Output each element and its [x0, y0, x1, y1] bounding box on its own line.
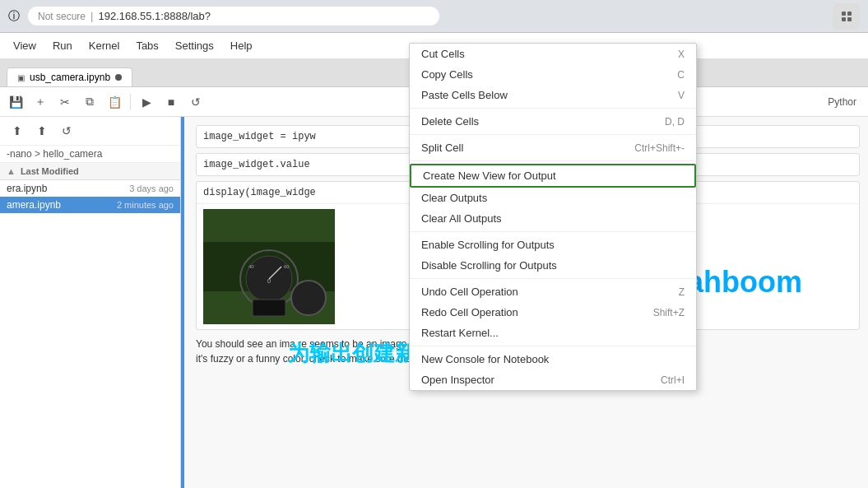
menu-kernel[interactable]: Kernel [82, 36, 127, 55]
not-secure-label: Not secure [38, 11, 86, 22]
upload-button[interactable]: ⬆ [7, 120, 28, 142]
menu-run[interactable]: Run [46, 36, 79, 55]
paste-cell-button[interactable]: 📋 [104, 91, 125, 113]
ctx-restart-kernel[interactable]: Restart Kernel... [410, 323, 696, 343]
sidebar: ⬆ ⬆ ↺ -nano > hello_camera ▲ Last Modifi… [0, 117, 181, 488]
ctx-enable-scrolling[interactable]: Enable Scrolling for Outputs [410, 235, 696, 255]
save-button[interactable]: 💾 [5, 91, 26, 113]
svg-text:40: 40 [248, 264, 254, 269]
svg-rect-1 [847, 12, 852, 16]
ctx-sep-1 [410, 108, 696, 109]
stop-button[interactable]: ■ [160, 91, 182, 113]
ctx-clear-outputs[interactable]: Clear Outputs [410, 188, 696, 208]
url-text: 192.168.55.1:8888/lab? [98, 10, 211, 22]
active-cell-bar [181, 117, 184, 488]
new-folder-button[interactable]: ⬆ [31, 120, 53, 142]
toolbar-separator-1 [130, 94, 131, 110]
ctx-sep-5 [410, 278, 696, 279]
ctx-undo-cell-op[interactable]: Undo Cell Operation Z [410, 281, 696, 302]
ctx-sep-2 [410, 134, 696, 135]
ctx-open-inspector[interactable]: Open Inspector Ctrl+I [410, 369, 696, 390]
run-button[interactable]: ▶ [136, 91, 157, 113]
ctx-paste-cells[interactable]: Paste Cells Below V [410, 85, 696, 105]
svg-rect-0 [842, 12, 846, 16]
last-modified-header: Last Modified [21, 166, 79, 176]
sidebar-item-era[interactable]: era.ipynb 3 days ago [0, 180, 180, 197]
context-menu: Cut Cells X Copy Cells C Paste Cells Bel… [409, 43, 697, 391]
restart-button[interactable]: ↺ [185, 91, 207, 113]
copy-cell-button[interactable]: ⧉ [79, 91, 100, 113]
ctx-clear-all-outputs[interactable]: Clear All Outputs [410, 208, 696, 229]
camera-output-image: 0 40 60 [203, 209, 335, 324]
refresh-button[interactable]: ↺ [56, 120, 77, 142]
extension-icon[interactable] [833, 3, 860, 30]
tab-unsaved-dot [115, 74, 122, 81]
notebook-tab[interactable]: ▣ usb_camera.ipynb [7, 67, 132, 86]
add-cell-button[interactable]: ＋ [30, 91, 51, 113]
svg-rect-2 [842, 17, 846, 21]
cut-cell-button[interactable]: ✂ [54, 91, 76, 113]
ctx-cut-cells[interactable]: Cut Cells X [410, 44, 696, 64]
svg-rect-12 [253, 300, 285, 316]
ctx-create-new-view[interactable]: Create New View for Output [410, 164, 696, 188]
sidebar-item-usb-camera[interactable]: amera.ipynb 2 minutes ago [0, 197, 180, 213]
sidebar-header: ▲ Last Modified [0, 163, 180, 180]
ctx-sep-4 [410, 231, 696, 232]
ctx-redo-cell-op[interactable]: Redo Cell Operation Shift+Z [410, 302, 696, 323]
menu-settings[interactable]: Settings [169, 36, 220, 55]
svg-text:60: 60 [284, 264, 290, 269]
menu-view[interactable]: View [7, 36, 43, 55]
menu-help[interactable]: Help [224, 36, 259, 55]
ctx-disable-scrolling[interactable]: Disable Scrolling for Outputs [410, 255, 696, 276]
ctx-new-console[interactable]: New Console for Notebook [410, 349, 696, 369]
ctx-sep-6 [410, 346, 696, 346]
browser-bar: ⓘ Not secure | 192.168.55.1:8888/lab? [0, 0, 868, 33]
sidebar-controls: ⬆ ⬆ ↺ [0, 117, 180, 146]
menu-tabs[interactable]: Tabs [129, 36, 165, 55]
tab-name: usb_camera.ipynb [30, 72, 110, 83]
ctx-split-cell[interactable]: Split Cell Ctrl+Shift+- [410, 137, 696, 158]
not-secure-icon: ⓘ [8, 9, 20, 24]
ctx-sep-3 [410, 160, 696, 161]
svg-rect-3 [847, 17, 852, 21]
ctx-copy-cells[interactable]: Copy Cells C [410, 64, 696, 85]
ctx-delete-cells[interactable]: Delete Cells D, D [410, 111, 696, 132]
sidebar-breadcrumb: -nano > hello_camera [0, 146, 180, 163]
kernel-indicator: Pythor [828, 96, 863, 108]
address-bar[interactable]: Not secure | 192.168.55.1:8888/lab? [28, 7, 439, 26]
